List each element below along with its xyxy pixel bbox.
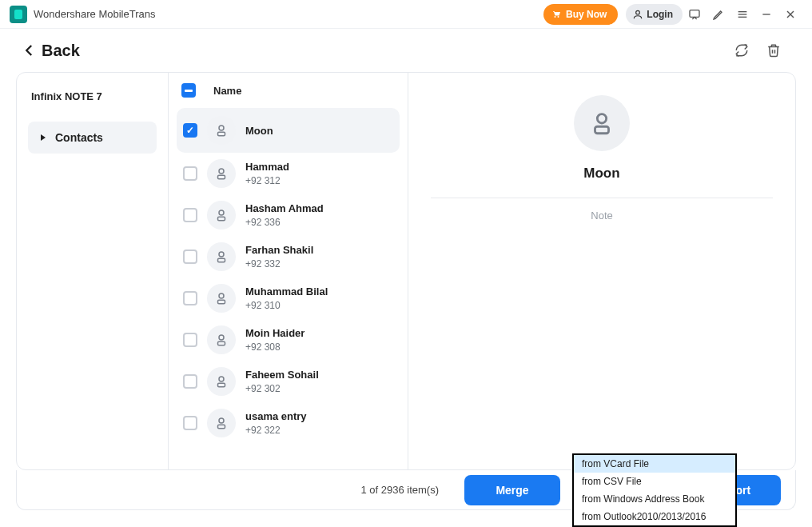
item-count: 1 of 2936 item(s) [31,484,450,496]
contact-row[interactable]: Moin Haider+92 308 [177,319,400,361]
contact-checkbox[interactable] [183,250,197,264]
contact-checkbox[interactable] [183,374,197,389]
caret-right-icon [39,134,47,142]
contact-row[interactable]: Hasham Ahmad+92 336 [177,194,400,236]
back-button[interactable]: Back [22,42,80,60]
buy-now-label: Buy Now [566,9,607,20]
svg-rect-1 [690,10,699,17]
user-icon [632,9,643,20]
contact-name: Hasham Ahmad [245,202,324,214]
contact-info: Faheem Sohail+92 302 [245,369,319,394]
sidebar-item-label: Contacts [55,131,103,144]
contact-avatar [207,325,236,354]
contact-info: Moin Haider+92 308 [245,327,304,353]
contact-avatar [207,159,236,188]
svg-rect-10 [218,132,225,136]
svg-rect-12 [218,175,225,179]
device-label: Infinix NOTE 7 [28,90,157,102]
import-opt-outlook[interactable]: from Outlook2010/2013/2016 [574,508,735,525]
contact-avatar [207,367,236,396]
svg-rect-18 [218,300,225,304]
contact-avatar [207,284,236,313]
sidebar-item-contacts[interactable]: Contacts [28,122,157,154]
detail-avatar [574,95,630,151]
contact-name: Moin Haider [245,327,304,339]
svg-rect-26 [595,126,609,134]
svg-point-9 [219,126,224,130]
svg-point-17 [219,293,224,298]
column-name: Name [213,85,241,97]
contact-avatar [207,242,236,271]
contact-phone: +92 312 [245,175,289,186]
contact-row[interactable]: Faheem Sohail+92 302 [177,361,400,402]
feedback-icon[interactable] [683,0,707,29]
contact-name: Farhan Shakil [245,244,313,256]
svg-marker-8 [41,134,46,141]
contact-name: Moon [245,125,273,137]
contact-avatar [207,409,236,437]
titlebar: Wondershare MobileTrans Buy Now Login [0,0,812,29]
contact-checkbox[interactable] [183,416,197,430]
contact-info: Hasham Ahmad+92 336 [245,202,324,228]
contact-info: Farhan Shakil+92 332 [245,244,313,269]
merge-button[interactable]: Merge [464,475,560,505]
close-icon[interactable] [778,0,802,29]
svg-point-11 [219,169,224,174]
svg-point-23 [219,418,224,423]
login-label: Login [647,9,673,20]
buy-now-button[interactable]: Buy Now [543,4,618,25]
contact-name: Faheem Sohail [245,369,319,381]
svg-point-15 [219,252,224,257]
list-header: Name [169,73,408,108]
contact-name: Muhammad Bilal [245,285,328,297]
import-opt-vcard[interactable]: from VCard File [574,455,735,473]
contact-avatar [207,201,236,230]
contact-checkbox[interactable] [183,208,197,222]
select-all-checkbox[interactable] [181,83,196,98]
contact-row[interactable]: Farhan Shakil+92 332 [177,236,400,277]
import-opt-csv[interactable]: from CSV File [574,473,735,490]
import-menu: from VCard File from CSV File from Windo… [572,453,737,527]
contact-phone: +92 310 [245,300,328,311]
import-opt-wab[interactable]: from Windows Address Book [574,490,735,508]
contact-phone: +92 308 [245,341,304,353]
contact-info: Moon [245,125,273,137]
contact-name: usama entry [245,410,307,422]
header: Back [0,29,812,72]
svg-point-0 [636,10,640,14]
edit-icon[interactable] [707,0,730,29]
svg-rect-16 [218,258,225,262]
contact-checkbox[interactable] [183,333,197,347]
sidebar: Infinix NOTE 7 Contacts [17,73,169,469]
note-label: Note [431,210,773,222]
contact-detail: Moon Note [408,73,795,469]
svg-point-21 [219,377,224,381]
detail-divider [431,198,773,198]
app-title: Wondershare MobileTrans [34,8,155,20]
contact-phone: +92 302 [245,383,319,394]
minimize-icon[interactable] [754,0,778,29]
contact-checkbox[interactable] [183,291,197,305]
app-logo [10,6,27,23]
contact-checkbox[interactable] [183,123,197,138]
contact-info: Muhammad Bilal+92 310 [245,285,328,311]
svg-rect-24 [218,425,225,429]
svg-point-25 [597,114,606,123]
refresh-icon[interactable] [726,34,758,66]
svg-point-13 [219,210,224,215]
contact-row[interactable]: Moon [177,108,400,153]
back-label: Back [42,42,80,60]
detail-name: Moon [431,166,773,182]
contact-list-panel: Name MoonHammad+92 312Hasham Ahmad+92 33… [169,73,408,469]
contact-checkbox[interactable] [183,166,197,181]
contact-info: usama entry+92 322 [245,410,307,436]
contact-phone: +92 332 [245,258,313,269]
contact-list[interactable]: MoonHammad+92 312Hasham Ahmad+92 336Farh… [169,108,408,469]
contact-row[interactable]: Muhammad Bilal+92 310 [177,277,400,319]
login-button[interactable]: Login [626,4,683,25]
trash-icon[interactable] [758,34,790,66]
menu-icon[interactable] [730,0,754,29]
svg-point-19 [219,335,224,340]
contact-row[interactable]: Hammad+92 312 [177,153,400,194]
contact-row[interactable]: usama entry+92 322 [177,402,400,444]
